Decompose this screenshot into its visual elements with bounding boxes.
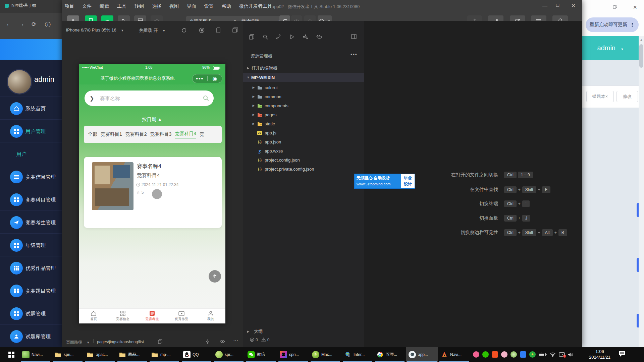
tab-subject1[interactable]: 竞赛科目1 <box>101 131 122 137</box>
sidebar-item-contest-examinee[interactable]: 竞赛考生管理 <box>0 210 62 234</box>
tray-todesk-icon[interactable] <box>520 351 526 358</box>
maximize-icon[interactable]: □ <box>556 2 559 8</box>
menu-wechat-devtools[interactable]: 微信开发者工具 <box>239 3 272 9</box>
tree-file-app-js[interactable]: JS app.js <box>243 128 377 137</box>
tree-folder-colorui[interactable]: ▶ colorui <box>243 83 373 92</box>
tray-eclipse-icon[interactable] <box>511 351 517 358</box>
back-icon[interactable]: ← <box>6 21 12 27</box>
menu-select[interactable]: 选择 <box>152 3 161 9</box>
tree-root-mp-weixin[interactable]: ▼MP-WEIXIN <box>243 73 367 82</box>
exit-icon[interactable]: ◉ <box>208 75 222 82</box>
sort-by-date[interactable]: 按日期 ▲ <box>79 117 225 123</box>
modify-button[interactable]: 修改 <box>616 91 638 102</box>
device-frame-icon[interactable] <box>216 27 220 33</box>
capsule-menu[interactable]: ••• ◉ <box>192 74 222 83</box>
menu-tools[interactable]: 工具 <box>117 3 126 9</box>
wifi-icon[interactable] <box>550 352 556 357</box>
menu-edit[interactable]: 编辑 <box>100 3 109 9</box>
sidebar-item-excellent-works[interactable]: 优秀作品管理 <box>0 256 62 279</box>
taskbar-item-wechat[interactable]: 微信 <box>245 347 277 362</box>
explorer-menu-icon[interactable]: ••• <box>351 52 358 57</box>
start-button[interactable] <box>5 351 18 358</box>
taskbar-item-folder-mp[interactable]: mp-... <box>148 347 180 362</box>
sidebar-item-question-bank[interactable]: 试题库管理 <box>0 324 62 348</box>
tabbar-excellent-works[interactable]: 优秀作品 <box>167 309 196 323</box>
kebab-menu-icon[interactable]: ⋮ <box>630 22 635 27</box>
admin-user-menu[interactable]: admin ▼ <box>582 44 639 52</box>
browser-close-icon[interactable]: ✕ <box>633 5 637 10</box>
minimize-icon[interactable]: — <box>542 3 547 8</box>
tabbar-contest-info[interactable]: 竞赛信息 <box>108 309 137 323</box>
tree-folder-common[interactable]: ▶ common <box>243 92 373 101</box>
display-icon[interactable]: ! <box>559 352 565 357</box>
update-restart-button[interactable]: 重新启动即可更新 ⋮ <box>586 17 639 32</box>
tree-folder-pages[interactable]: ▶ pages <box>243 110 373 119</box>
back-to-top-button[interactable] <box>209 270 221 283</box>
tree-file-project-config[interactable]: {..} project.config.json <box>243 156 377 164</box>
volume-icon[interactable] <box>568 352 574 357</box>
sidebar-item-contest-question[interactable]: 竞赛题目管理 <box>0 279 62 302</box>
sidebar-subitem-user[interactable]: 用户 <box>0 142 62 165</box>
refresh-icon[interactable] <box>181 27 187 33</box>
info-icon[interactable]: ⓘ <box>45 21 51 28</box>
contest-card[interactable]: 赛事名称4 竞赛科目4 2024-11-21 01:22:34 ☆5 <box>84 157 222 228</box>
taskbar-item-devtools[interactable]: app... <box>406 347 438 362</box>
more-icon[interactable]: ••• <box>193 76 207 82</box>
menu-help[interactable]: 帮助 <box>222 3 231 9</box>
more-options-icon[interactable]: ⋯ <box>233 338 238 344</box>
sidebar-item-grade[interactable]: 年级管理 <box>0 233 62 256</box>
scrollbar-thumb[interactable] <box>639 44 643 68</box>
menu-settings[interactable]: 设置 <box>204 3 214 9</box>
reload-icon[interactable]: ⟳ <box>32 21 36 28</box>
browser-restore-icon[interactable] <box>613 5 617 9</box>
tree-folder-components[interactable]: ▶ components <box>243 101 373 110</box>
taskbar-item-mac[interactable]: ∂ Mac... <box>309 347 341 362</box>
tray-flower-icon[interactable] <box>501 351 507 358</box>
forward-icon[interactable]: → <box>19 21 24 27</box>
taskbar-item-navicat2[interactable]: Navi... <box>438 347 470 362</box>
extensions-icon[interactable] <box>303 34 308 39</box>
search-bar[interactable]: ❯ <box>85 90 214 106</box>
tab-all[interactable]: 全部 <box>88 131 97 137</box>
taskbar-clock[interactable]: 1:06 2024/11/21 <box>584 349 615 360</box>
search-icon[interactable] <box>263 34 268 40</box>
tree-file-app-json[interactable]: {..} app.json <box>243 137 377 146</box>
multi-window-icon[interactable] <box>232 27 238 33</box>
scrollbar[interactable]: ▲ <box>639 36 644 347</box>
tree-file-app-wxss[interactable]: ʒ app.wxss <box>243 146 377 155</box>
source-control-icon[interactable] <box>276 34 281 40</box>
taskbar-item-internet[interactable]: Inter... <box>341 347 374 362</box>
taskbar-item-folder-product[interactable]: 商品... <box>116 347 148 362</box>
browser-tab[interactable]: 管理端-基于微 <box>5 3 36 8</box>
menu-file[interactable]: 文件 <box>82 3 92 9</box>
tab-subject2[interactable]: 竞赛科目2 <box>125 131 147 137</box>
taskbar-item-qq[interactable]: QQ <box>180 347 213 362</box>
taskbar-item-folder-apache[interactable]: apac... <box>84 347 116 362</box>
page-path-select[interactable]: 页面路径 ▼ <box>66 340 90 345</box>
taskbar-item-navicat[interactable]: Navi... <box>19 347 52 362</box>
performance-icon[interactable] <box>206 339 210 344</box>
menu-goto[interactable]: 转到 <box>135 3 144 9</box>
problems-status[interactable]: 0 0 <box>250 338 269 342</box>
sidebar-item-exam-question[interactable]: 试题管理 <box>0 302 62 325</box>
tree-open-editors[interactable]: ▶打开的编辑器 <box>243 64 367 72</box>
page-path-value[interactable]: pages/jingsaikaosheng/list <box>97 340 144 344</box>
scroll-up-icon[interactable]: ▲ <box>640 38 643 42</box>
tray-penguin-icon[interactable] <box>473 351 479 358</box>
tray-wechat-icon[interactable] <box>482 351 489 358</box>
tabbar-home[interactable]: 首页 <box>79 309 108 323</box>
search-input[interactable] <box>99 95 198 102</box>
taskbar-item-folder-spring[interactable]: spri... <box>52 347 84 362</box>
menu-interface[interactable]: 界面 <box>187 3 196 9</box>
sidebar-item-user-mgmt[interactable]: 用户管理 <box>0 119 62 142</box>
tray-app-icon[interactable] <box>492 351 498 358</box>
pages-icon[interactable] <box>249 34 254 40</box>
menu-project[interactable]: 项目 <box>65 3 74 9</box>
action-center-icon[interactable] <box>619 351 626 357</box>
tabbar-contest-examinee[interactable]: 竞赛考生 <box>138 309 167 323</box>
tabbar-mine[interactable]: 我的 <box>196 309 225 323</box>
tray-plus-icon[interactable]: + <box>529 351 536 358</box>
tree-folder-static[interactable]: ▶ static <box>243 119 373 128</box>
taskbar-item-eclipse[interactable]: spr... <box>213 347 245 362</box>
browser-minimize-icon[interactable]: — <box>594 5 599 10</box>
